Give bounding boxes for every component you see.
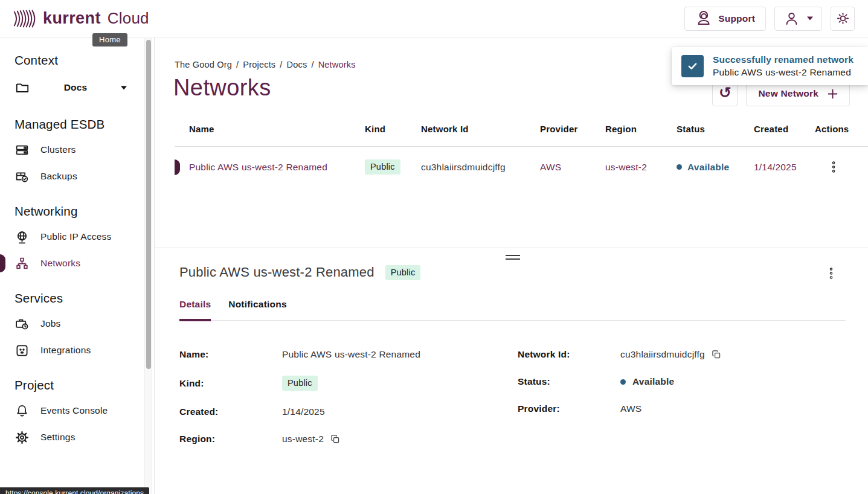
sidebar-item-clusters[interactable]: Clusters [14, 136, 138, 163]
field-created: Created: 1/14/2025 [179, 406, 518, 418]
support-button[interactable]: Support [684, 7, 766, 31]
kurrent-logo[interactable]: kurrent Cloud [12, 8, 149, 30]
sidebar-section-networking: Networking [14, 204, 138, 219]
brand-name: kurrent [43, 9, 101, 28]
sidebar-item-jobs[interactable]: Jobs [14, 310, 138, 337]
detail-fields: Name: Public AWS us-west-2 Renamed Kind:… [179, 348, 868, 460]
tab-notifications[interactable]: Notifications [228, 299, 286, 320]
main-content: The Good Org/Projects/Docs/Networks Netw… [155, 37, 868, 494]
sidebar-item-events-console[interactable]: Events Console [14, 397, 138, 424]
kind-badge: Public [282, 376, 318, 391]
field-value: 1/14/2025 [282, 406, 325, 417]
cell-region: us-west-2 [605, 162, 677, 173]
field-provider: Provider: AWS [518, 403, 868, 415]
sidebar-item-label: Integrations [40, 345, 91, 356]
detail-actions-kebab-icon[interactable] [829, 268, 833, 279]
col-header-network-id: Network Id [421, 124, 540, 134]
sidebar-scrollbar[interactable] [144, 38, 152, 494]
tab-details[interactable]: Details [179, 299, 211, 321]
app-header: kurrent Cloud Support [0, 0, 868, 37]
copy-network-id-button[interactable] [712, 350, 721, 359]
sidebar-item-settings[interactable]: Settings [14, 424, 138, 451]
clusters-icon [14, 143, 30, 158]
field-label: Network Id: [518, 349, 620, 360]
link-preview-statusbar: https://console.kurrent.cloud/organizati… [0, 487, 149, 494]
field-value: us-west-2 [282, 434, 324, 444]
sidebar-section-context: Context [14, 53, 138, 68]
chevron-down-icon [807, 16, 813, 21]
link-preview-url: https://console.kurrent.cloud/organizati… [0, 487, 149, 494]
col-header-actions: Actions [815, 124, 868, 134]
panel-drag-handle[interactable] [506, 255, 520, 262]
sidebar-item-label: Networks [40, 258, 80, 269]
sidebar-item-backups[interactable]: Backups [14, 163, 138, 190]
col-header-kind: Kind [365, 124, 421, 134]
field-region: Region: us-west-2 [179, 433, 518, 445]
sidebar-section-managed-esdb: Managed ESDB [14, 117, 138, 132]
field-label: Name: [179, 349, 282, 360]
sidebar-item-label: Backups [40, 171, 77, 182]
sidebar-item-integrations[interactable]: Integrations [14, 337, 138, 364]
detail-tabs: Details Notifications [179, 299, 846, 321]
networks-table: Name Kind Network Id Provider Region Sta… [175, 124, 868, 187]
breadcrumb-separator: / [236, 60, 239, 69]
refresh-icon: ↺ [719, 85, 731, 100]
status-label: Available [687, 162, 729, 173]
detail-kind-badge: Public [385, 265, 421, 280]
detail-panel: Public AWS us-west-2 Renamed Public Deta… [155, 248, 868, 494]
brand-suffix: Cloud [108, 9, 149, 28]
breadcrumb-docs[interactable]: Docs [287, 60, 307, 69]
kind-badge: Public [365, 159, 400, 175]
chevron-down-icon [121, 86, 127, 90]
field-label: Region: [179, 434, 282, 444]
breadcrumb-separator: / [280, 60, 282, 69]
briefcase-icon [14, 316, 30, 332]
field-network-id: Network Id: cu3hlaiirsdmuidcjffg [518, 348, 868, 361]
table-row[interactable]: Public AWS us-west-2 Renamed Public cu3h… [175, 147, 868, 187]
theme-toggle-button[interactable] [831, 7, 855, 31]
row-actions-kebab-icon[interactable] [832, 161, 835, 173]
context-selector[interactable]: Docs [14, 72, 127, 103]
sidebar-section-services: Services [14, 291, 138, 306]
breadcrumb: The Good Org/Projects/Docs/Networks [175, 60, 356, 69]
status-label: Available [632, 376, 674, 387]
cell-actions [815, 161, 868, 173]
backups-icon [14, 169, 30, 184]
user-menu-button[interactable] [774, 7, 822, 31]
home-tooltip: Home [92, 33, 127, 47]
cell-kind: Public [365, 159, 421, 175]
col-header-created: Created [754, 124, 815, 134]
breadcrumb-org[interactable]: The Good Org [175, 60, 232, 69]
sidebar-item-label: Settings [40, 432, 76, 443]
breadcrumb-separator: / [311, 60, 313, 69]
selected-row-indicator [175, 159, 180, 175]
field-value: cu3hlaiirsdmuidcjffg [620, 349, 705, 360]
active-item-indicator [0, 254, 5, 272]
copy-icon [712, 350, 721, 359]
support-headset-icon [695, 10, 712, 27]
col-header-provider: Provider [540, 124, 605, 134]
field-name: Name: Public AWS us-west-2 Renamed [179, 348, 518, 361]
sidebar-section-project: Project [14, 378, 138, 393]
sidebar-item-networks[interactable]: Networks [14, 250, 138, 277]
sidebar-item-public-ip-access[interactable]: Public IP Access [14, 223, 138, 250]
cell-name[interactable]: Public AWS us-west-2 Renamed [175, 162, 365, 173]
logo-arcs-icon [12, 8, 37, 30]
globe-icon [14, 229, 30, 245]
col-header-status: Status [677, 124, 754, 134]
support-label: Support [718, 13, 755, 24]
check-icon [687, 60, 698, 72]
sidebar-item-label: Events Console [40, 405, 108, 416]
copy-region-button[interactable] [330, 434, 340, 444]
toast-check-box [681, 55, 704, 77]
col-header-name: Name [175, 124, 365, 134]
copy-icon [330, 434, 340, 444]
scrollbar-thumb[interactable] [146, 40, 151, 369]
toast-body: Successfully renamed network Public AWS … [713, 54, 854, 78]
breadcrumb-current: Networks [318, 60, 356, 69]
gear-icon [14, 430, 30, 445]
outlet-icon [14, 343, 30, 358]
success-toast[interactable]: Successfully renamed network Public AWS … [672, 47, 868, 85]
sun-icon [835, 11, 850, 26]
breadcrumb-projects[interactable]: Projects [243, 60, 275, 69]
